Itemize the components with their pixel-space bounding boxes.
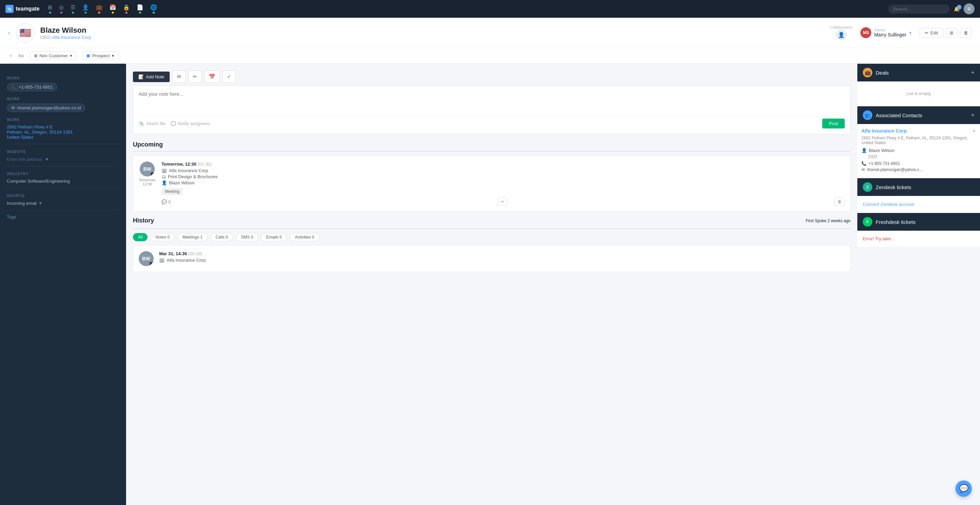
target-icon[interactable]: ◎ <box>59 4 64 14</box>
deals-section: 💼 Deals + List is empty <box>858 64 980 106</box>
calendar-tool-button[interactable]: 📅 <box>204 70 220 83</box>
email-tool-button[interactable]: ✉ <box>172 70 186 83</box>
edit-tool-button[interactable]: ✏ <box>188 70 202 83</box>
profile-name: Blaze Wilson <box>40 26 825 35</box>
deals-add-button[interactable]: + <box>971 69 975 76</box>
zendesk-link[interactable]: Connect Zendesk account <box>863 202 914 207</box>
address-line2[interactable]: Pelham, AL, Oregon, 35124-1391 <box>7 129 119 135</box>
contact-close-button[interactable]: ✕ <box>972 129 976 134</box>
delete-button[interactable]: 🗑 <box>960 28 972 38</box>
source-label: Source <box>7 194 119 198</box>
attach-file-button[interactable]: 📎 Attach file <box>139 121 165 126</box>
note-textarea[interactable] <box>139 91 845 112</box>
upcoming-title: Upcoming <box>133 141 851 151</box>
file-icon[interactable]: 📄 <box>137 4 143 14</box>
right-panel: 💼 Deals + List is empty 👥 Associated Con… <box>858 64 980 505</box>
upcoming-event-meta: 🏢 Alfa Insurance Corp 🗂 Print Design & B… <box>162 168 845 185</box>
email-chip[interactable]: ✉ rtrwnet.plamongan@yahoo.co.id <box>7 104 85 112</box>
past-event-content: Mar 31, 14:30 (00:30) 🏢 Alfa Insurance C… <box>159 251 845 266</box>
freshdesk-section: F Freshdesk tickets Error! Try later... <box>858 213 980 247</box>
contacts-icon: 👥 <box>863 110 872 120</box>
collaborators-section: Collaborators 👤 <box>830 25 852 40</box>
customer-status-badge[interactable]: Non Customer ▾ <box>30 51 77 60</box>
post-button[interactable]: Post <box>822 119 845 129</box>
person-icon[interactable]: 👤 <box>82 4 89 14</box>
history-filter-activities-0[interactable]: Activities 0 <box>290 233 319 241</box>
note-toolbar: 📝 Add Note ✉ ✏ 📅 ✓ <box>133 70 851 83</box>
comment-count: 💬 0 <box>162 199 171 204</box>
work-label-2: Work <box>7 97 119 101</box>
add-note-button[interactable]: 📝 Add Note <box>133 72 170 82</box>
collaborator-avatar[interactable]: 👤 <box>836 29 847 40</box>
lock-icon[interactable]: 🔒 <box>123 4 130 14</box>
note-icon: 📝 <box>138 74 144 80</box>
edit-button[interactable]: ✏ Edit <box>920 28 943 38</box>
associated-contacts-title: Associated Contacts <box>876 112 923 118</box>
profile-header: ‹ 🇺🇸 Blaze Wilson CEO, Alfa Insurance Co… <box>0 18 980 48</box>
profile-info: Blaze Wilson CEO, Alfa Insurance Corp <box>40 26 825 40</box>
profile-title: CEO, Alfa Insurance Corp <box>40 35 825 40</box>
check-tool-button[interactable]: ✓ <box>223 70 236 83</box>
history-meta: First Spoke 2 weeks ago <box>806 218 851 223</box>
phone-chip[interactable]: 📞 +1-855-731-6651 <box>7 83 57 91</box>
profile-flag: 🇺🇸 <box>16 23 35 42</box>
status-bar: ★ No Non Customer ▾ Prospect ▾ <box>0 48 980 64</box>
delete-event-button[interactable]: 🗑 <box>835 198 845 206</box>
logo-icon: tg <box>5 5 14 13</box>
pipeline-status-badge[interactable]: Prospect ▾ <box>82 51 118 60</box>
address-line1[interactable]: 2692 Pelham Pkwy # E <box>7 124 119 129</box>
upcoming-event-content: Tomorrow, 12:30 (01:30) 🏢 Alfa Insurance… <box>162 161 845 206</box>
email-icon-small: ✉ <box>861 167 865 172</box>
user-avatar[interactable]: U <box>964 3 975 14</box>
history-filter-calls-0[interactable]: Calls 0 <box>210 233 233 241</box>
star-button[interactable]: ★ <box>8 53 13 59</box>
briefcase-icon[interactable]: 💼 <box>96 4 103 14</box>
contact-company-name[interactable]: Alfa Insurance Corp <box>861 128 907 134</box>
website-label: Website <box>7 150 119 154</box>
notifications-bell[interactable]: 🔔 2 <box>954 6 959 11</box>
grid-icon[interactable]: ⊞ <box>48 4 52 14</box>
document-icon[interactable]: ☰ <box>70 4 75 14</box>
calendar-icon[interactable]: 📅 <box>110 4 116 14</box>
chat-fab[interactable]: 💬 <box>956 481 972 497</box>
customer-status-dot <box>34 54 38 57</box>
history-filter-notes-0[interactable]: Notes 0 <box>150 233 175 241</box>
edit-event-button[interactable]: ✏ <box>498 198 508 206</box>
activity-actions: 💬 0 ✏ 🗑 <box>162 198 845 206</box>
related-meta: 🗂 Print Design & Brochures <box>162 174 845 179</box>
content-area: 📝 Add Note ✉ ✏ 📅 ✓ 📎 Attach file Notify … <box>126 64 858 505</box>
company-link[interactable]: Alfa Insurance Corp <box>52 35 91 40</box>
globe-icon[interactable]: 🌐 <box>150 4 157 14</box>
back-button[interactable]: ‹ <box>8 29 10 37</box>
customer-status-label: Non Customer <box>40 53 68 58</box>
source-dropdown-icon[interactable]: ▾ <box>39 201 41 206</box>
company-meta: 🏢 Alfa Insurance Corp <box>162 168 845 173</box>
address-line3[interactable]: United States <box>7 135 119 140</box>
search-input[interactable] <box>888 5 950 14</box>
past-avatar: BW 📅 <box>139 251 154 266</box>
freshdesk-title: Freshdesk tickets <box>876 219 916 225</box>
history-title: History <box>133 217 154 224</box>
qr-button[interactable]: ⊞ <box>946 28 957 38</box>
pipeline-status-label: Prospect <box>92 53 110 58</box>
history-filter-sms-0[interactable]: SMS 0 <box>236 233 258 241</box>
website-placeholder[interactable]: Enter link address <box>7 157 42 162</box>
owner-dropdown-icon[interactable]: ▾ <box>909 30 912 35</box>
contacts-add-button[interactable]: + <box>971 112 975 119</box>
history-filter-meetings-1[interactable]: Meetings 1 <box>178 233 208 241</box>
upcoming-event-header: Tomorrow, 12:30 (01:30) <box>162 161 845 167</box>
building-icon: 🏢 <box>162 168 167 173</box>
zendesk-title: Zendesk tickets <box>876 184 911 190</box>
notify-checkbox[interactable] <box>171 121 175 126</box>
owner-avatar: MS <box>861 27 871 38</box>
deals-icon: 💼 <box>863 68 872 77</box>
freshdesk-body: Error! Try later... <box>858 231 980 247</box>
notify-assignees-label[interactable]: Notify assignees <box>171 121 210 126</box>
note-editor: 📎 Attach file Notify assignees Post <box>133 86 851 134</box>
history-filter-all[interactable]: All <box>133 233 148 241</box>
zendesk-icon: Z <box>863 182 872 192</box>
app-logo[interactable]: tg teamgate <box>5 5 40 13</box>
contact-person: 👤 Blaze Wilson <box>861 148 976 153</box>
deals-title: Deals <box>876 70 889 76</box>
history-filter-emails-0[interactable]: Emails 0 <box>261 233 287 241</box>
